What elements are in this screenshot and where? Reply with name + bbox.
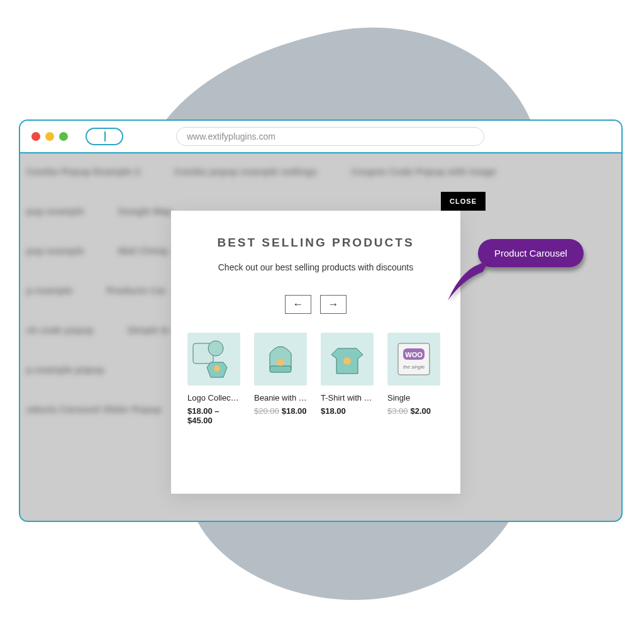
product-carousel-popup: CLOSE BEST SELLING PRODUCTS Check out ou… <box>171 211 460 494</box>
annotation-callout: Product Carousel <box>478 239 584 267</box>
popup-subtitle: Check out our best selling products with… <box>187 262 444 272</box>
product-price: $20.00$18.00 <box>254 406 311 416</box>
svg-point-1 <box>208 341 223 356</box>
svg-point-4 <box>277 358 284 366</box>
product-thumbnail <box>254 333 307 386</box>
product-thumbnail: WOO the single <box>387 333 440 386</box>
product-original-price: $3.00 <box>387 406 408 416</box>
product-thumbnail <box>321 333 374 386</box>
product-thumbnail <box>187 333 240 386</box>
browser-title-bar: www.extifyplugins.com <box>20 121 621 153</box>
product-card[interactable]: Logo Collec… $18.00 – $45.00 <box>187 333 244 425</box>
close-window-icon[interactable] <box>31 132 40 141</box>
url-text: www.extifyplugins.com <box>187 131 275 142</box>
arrow-right-icon: → <box>328 298 339 311</box>
window-controls <box>31 132 68 141</box>
svg-point-5 <box>343 357 351 365</box>
tab-switcher[interactable] <box>86 128 123 145</box>
maximize-window-icon[interactable] <box>59 132 68 141</box>
browser-window: www.extifyplugins.com Combo Popup Exampl… <box>19 119 623 522</box>
carousel-nav: ← → <box>187 295 444 314</box>
product-list: Logo Collec… $18.00 – $45.00 Beanie with… <box>187 333 444 425</box>
carousel-next-button[interactable]: → <box>320 295 347 314</box>
product-price: $18.00 – $45.00 <box>187 406 244 425</box>
product-price: $3.00$2.00 <box>387 406 444 416</box>
popup-title: BEST SELLING PRODUCTS <box>187 236 444 250</box>
svg-point-2 <box>214 365 220 372</box>
product-original-price: $20.00 <box>254 406 279 416</box>
close-button[interactable]: CLOSE <box>441 192 486 211</box>
product-name: T-Shirt with … <box>321 393 377 402</box>
svg-rect-3 <box>270 366 291 372</box>
product-card[interactable]: T-Shirt with … $18.00 <box>321 333 377 425</box>
arrow-left-icon: ← <box>293 298 304 311</box>
product-price: $18.00 <box>321 406 377 416</box>
minimize-window-icon[interactable] <box>45 132 54 141</box>
product-name: Logo Collec… <box>187 393 244 402</box>
product-name: Single <box>387 393 444 402</box>
svg-text:the single: the single <box>403 364 425 370</box>
callout-bubble: Product Carousel <box>478 239 584 267</box>
svg-text:WOO: WOO <box>405 351 423 358</box>
product-card[interactable]: WOO the single Single $3.00$2.00 <box>387 333 444 425</box>
product-name: Beanie with … <box>254 393 311 402</box>
callout-label: Product Carousel <box>494 248 567 258</box>
url-bar[interactable]: www.extifyplugins.com <box>176 127 484 146</box>
carousel-prev-button[interactable]: ← <box>285 295 311 314</box>
product-card[interactable]: Beanie with … $20.00$18.00 <box>254 333 311 425</box>
